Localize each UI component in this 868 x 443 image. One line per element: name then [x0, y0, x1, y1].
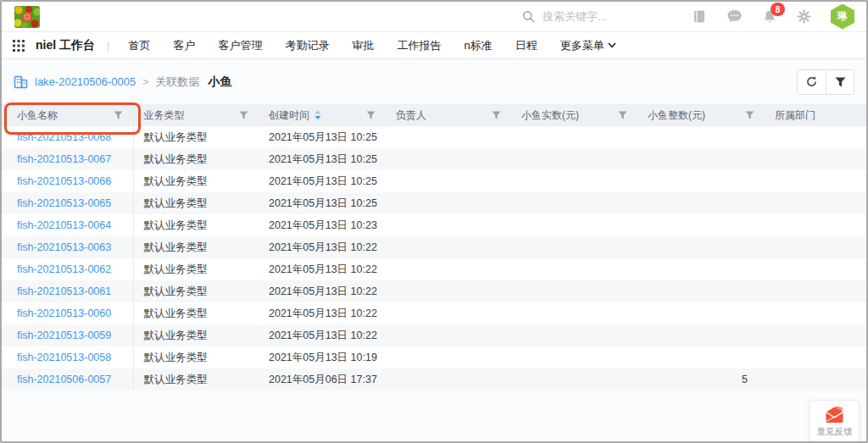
nav-divider: |	[107, 39, 109, 52]
workspace-title[interactable]: niel 工作台	[36, 38, 95, 53]
column-header-created-time[interactable]: 创建时间	[259, 104, 386, 126]
chat-icon[interactable]	[726, 9, 743, 24]
nav-item-work-report[interactable]: 工作报告	[397, 38, 441, 53]
nav-item-approval[interactable]: 审批	[352, 38, 374, 53]
apps-grid-icon[interactable]	[13, 40, 25, 52]
cell-fish-integer	[637, 214, 765, 236]
record-link[interactable]: fish-20210513-0067	[17, 153, 111, 165]
funnel-icon[interactable]	[492, 111, 501, 119]
cell-business-type: 默认业务类型	[133, 346, 259, 368]
envelope-icon	[824, 406, 845, 424]
cell-owner	[386, 192, 511, 214]
table-action-buttons	[797, 69, 854, 95]
refresh-button[interactable]	[798, 70, 826, 94]
breadcrumb: lake-20210506-0005 > 关联数据 小鱼	[14, 75, 231, 90]
column-header-department[interactable]: 所属部门	[765, 104, 868, 126]
table-row: fish-20210513-0066 默认业务类型 2021年05月13日 10…	[2, 170, 868, 192]
funnel-icon[interactable]	[745, 111, 754, 119]
cell-business-type: 默认业务类型	[133, 214, 259, 236]
table-row: fish-20210513-0062 默认业务类型 2021年05月13日 10…	[2, 258, 868, 280]
record-link[interactable]: fish-20210513-0062	[17, 263, 111, 275]
nav-item-home[interactable]: 首页	[128, 38, 150, 53]
cell-created-time: 2021年05月13日 10:22	[259, 258, 386, 280]
nav-item-customers[interactable]: 客户	[173, 38, 195, 53]
funnel-icon[interactable]	[239, 111, 248, 119]
column-header-owner[interactable]: 负责人	[386, 104, 511, 126]
record-link[interactable]: fish-20210513-0066	[17, 175, 111, 187]
nav-item-attendance[interactable]: 考勤记录	[285, 38, 329, 53]
record-link[interactable]: fish-20210513-0061	[17, 285, 111, 297]
cell-department	[765, 324, 868, 346]
app-logo[interactable]	[14, 6, 40, 28]
column-header-fish-real-number[interactable]: 小鱼实数(元)	[511, 104, 637, 126]
breadcrumb-record-link[interactable]: lake-20210506-0005	[35, 75, 136, 88]
global-search[interactable]: 搜索关键字...	[522, 2, 607, 31]
cell-created-time: 2021年05月06日 17:37	[259, 368, 386, 390]
app-window: 搜索关键字... 8	[0, 0, 868, 443]
cell-business-type: 默认业务类型	[133, 324, 259, 346]
cell-business-type: 默认业务类型	[133, 368, 259, 390]
cell-owner	[386, 126, 511, 148]
bell-icon[interactable]: 8	[762, 9, 777, 25]
cell-owner	[386, 214, 511, 236]
records-table: 小鱼名称 业务类型 创建时间	[2, 104, 868, 390]
nav-more-menu[interactable]: 更多菜单	[560, 38, 616, 53]
column-header-fish-name[interactable]: 小鱼名称	[2, 104, 133, 126]
cell-owner	[386, 346, 511, 368]
feedback-widget[interactable]: 意见反馈	[810, 400, 860, 443]
cell-created-time: 2021年05月13日 10:22	[259, 280, 386, 302]
notebook-icon[interactable]	[692, 9, 707, 24]
sort-icon[interactable]	[314, 110, 321, 120]
funnel-icon[interactable]	[366, 111, 376, 119]
cell-business-type: 默认业务类型	[133, 302, 259, 324]
cell-owner	[386, 170, 511, 192]
funnel-icon[interactable]	[114, 111, 123, 119]
nav-more-label: 更多菜单	[560, 38, 604, 53]
record-link[interactable]: fish-20210513-0065	[17, 197, 111, 209]
nav-item-customer-mgmt[interactable]: 客户管理	[218, 38, 262, 53]
cell-fish-integer	[637, 192, 765, 214]
record-link[interactable]: fish-20210513-0059	[17, 329, 111, 341]
cell-business-type: 默认业务类型	[133, 258, 259, 280]
cell-department	[765, 126, 868, 148]
column-header-business-type[interactable]: 业务类型	[133, 104, 259, 126]
cell-department	[765, 170, 868, 192]
cell-fish-real-number	[511, 302, 637, 324]
nav-item-calendar[interactable]: 日程	[515, 38, 537, 53]
cell-fish-integer: 5	[637, 368, 765, 390]
record-link[interactable]: fish-20210513-0058	[17, 352, 111, 363]
filter-icon	[835, 77, 846, 87]
record-link[interactable]: fish-20210513-0064	[17, 219, 111, 231]
topbar: 搜索关键字... 8	[2, 2, 866, 32]
feedback-label: 意见反馈	[817, 426, 853, 438]
cell-fish-real-number	[511, 214, 637, 236]
cell-department	[765, 192, 868, 214]
column-header-fish-integer[interactable]: 小鱼整数(元)	[637, 104, 765, 126]
cell-department	[765, 280, 868, 302]
filter-button[interactable]	[826, 70, 854, 94]
record-link[interactable]: fish-20210506-0057	[17, 374, 111, 385]
cell-created-time: 2021年05月13日 10:22	[259, 302, 386, 324]
cell-fish-integer	[637, 302, 765, 324]
record-link[interactable]: fish-20210513-0068	[17, 131, 111, 143]
cell-created-time: 2021年05月13日 10:25	[259, 126, 386, 148]
cell-business-type: 默认业务类型	[133, 170, 259, 192]
table-row: fish-20210513-0065 默认业务类型 2021年05月13日 10…	[2, 192, 868, 214]
gear-icon[interactable]	[797, 9, 811, 24]
record-link[interactable]: fish-20210513-0063	[17, 241, 111, 253]
cell-fish-real-number	[511, 170, 637, 192]
cell-created-time: 2021年05月13日 10:23	[259, 214, 386, 236]
cell-owner	[386, 368, 511, 390]
cell-fish-integer	[637, 258, 765, 280]
cell-owner	[386, 280, 511, 302]
cell-fish-integer	[637, 346, 765, 368]
record-link[interactable]: fish-20210513-0060	[17, 307, 111, 319]
avatar[interactable]: 琳	[831, 4, 854, 30]
cell-fish-integer	[637, 324, 765, 346]
funnel-icon[interactable]	[618, 111, 627, 119]
page-title: 小鱼	[208, 75, 231, 90]
nav-item-n-standard[interactable]: n标准	[464, 38, 492, 53]
cell-owner	[386, 258, 511, 280]
cell-fish-real-number	[511, 236, 637, 258]
cell-created-time: 2021年05月13日 10:25	[259, 148, 386, 170]
